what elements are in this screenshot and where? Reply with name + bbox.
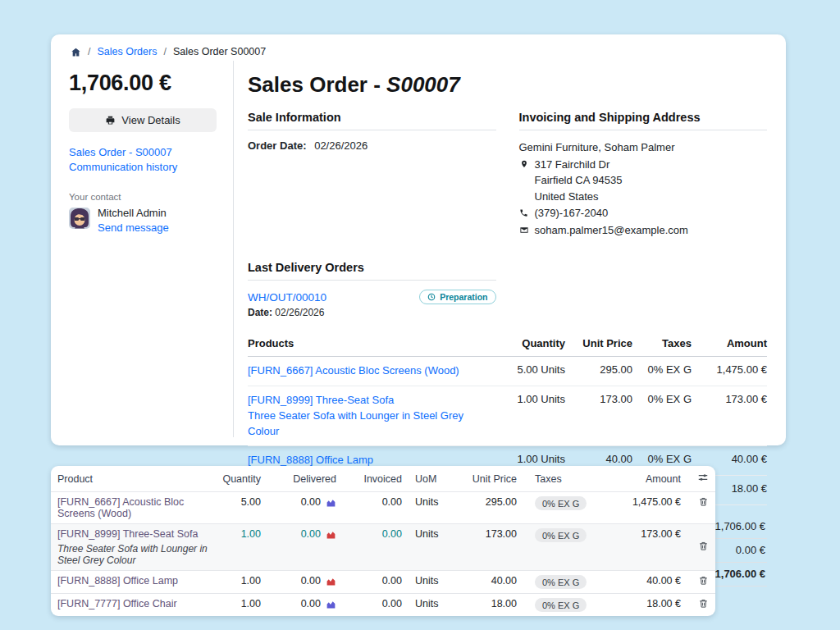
col-amount[interactable]: Amount — [599, 466, 687, 492]
order-sidebar: 1,706.00 € View Details Sales Order - S0… — [69, 61, 234, 437]
your-contact-label: Your contact — [69, 192, 217, 202]
cell-quantity[interactable]: 1.00 — [241, 528, 261, 540]
sidebar-link-sales-order[interactable]: Sales Order - S00007 — [69, 146, 217, 158]
cell-quantity[interactable]: 1.00 — [216, 594, 267, 617]
sale-information-heading: Sale Information — [248, 111, 496, 130]
cell-amount: 1,475.00 € — [692, 357, 767, 386]
cell-quantity: 5.00 Units — [479, 357, 565, 386]
cell-invoiced: 0.00 — [343, 594, 409, 617]
tax-badge[interactable]: 0% EX G — [535, 598, 587, 612]
vat-value: 0.00 € — [736, 544, 765, 556]
delivery-date-value: 02/26/2026 — [275, 307, 324, 318]
column-adjust-icon[interactable] — [697, 472, 709, 483]
breadcrumb-separator: / — [163, 46, 166, 57]
home-icon[interactable] — [71, 47, 81, 57]
page-title-reference: S00007 — [386, 72, 460, 97]
view-details-button[interactable]: View Details — [69, 108, 217, 132]
product-link[interactable]: [FURN_8999] Three-Seat Sofa — [57, 528, 198, 540]
breadcrumb-separator: / — [88, 46, 90, 57]
product-description: Three Seater Sofa with Lounger in Steel … — [57, 543, 209, 566]
col-product[interactable]: Product — [51, 466, 216, 492]
col-unit-price[interactable]: Unit Price — [453, 466, 523, 492]
cell-uom[interactable]: Units — [409, 571, 453, 594]
cell-taxes: 0% EX G — [632, 386, 692, 446]
forecast-chart-icon[interactable] — [326, 599, 336, 609]
order-lines-table: Product Quantity Delivered Invoiced UoM … — [51, 466, 715, 616]
forecast-chart-icon[interactable] — [326, 497, 336, 508]
sidebar-link-communication-history[interactable]: Communication history — [69, 161, 217, 173]
cell-uom[interactable]: Units — [409, 524, 453, 571]
tax-badge[interactable]: 0% EX G — [535, 496, 587, 510]
printer-icon — [105, 115, 116, 126]
trash-icon[interactable] — [698, 496, 709, 507]
clock-icon — [427, 293, 436, 301]
product-link[interactable]: [FURN_8999] Three-Seat Sofa — [248, 393, 479, 409]
cell-uom[interactable]: Units — [409, 594, 453, 617]
address-block: Gemini Furniture, Soham Palmer 317 Fairc… — [519, 139, 768, 238]
cell-amount: 40.00 € — [599, 571, 687, 594]
contact-row: Mitchell Admin Send message — [69, 208, 217, 235]
cell-amount: 1,475.00 € — [599, 492, 687, 524]
forecast-chart-icon[interactable] — [326, 529, 336, 540]
address-street: 317 Fairchild Dr — [535, 157, 610, 173]
product-link[interactable]: [FURN_7777] Office Chair — [57, 598, 177, 609]
cell-amount: 173.00 € — [692, 386, 767, 446]
total-value: 1,706.00 € — [715, 568, 765, 580]
cell-uom[interactable]: Units — [409, 492, 453, 524]
order-date-value: 02/26/2026 — [314, 139, 368, 152]
cell-unit-price[interactable]: 18.00 — [453, 594, 523, 617]
delivery-status-label: Preparation — [440, 292, 487, 302]
phone-icon — [519, 208, 529, 217]
address-name: Gemini Furniture, Soham Palmer — [519, 139, 768, 156]
forecast-chart-icon[interactable] — [326, 576, 336, 587]
delivery-reference-link[interactable]: WH/OUT/00010 — [248, 291, 326, 304]
cell-invoiced: 0.00 — [382, 528, 402, 540]
address-phone: (379)-167-2040 — [535, 205, 609, 221]
envelope-icon — [519, 226, 529, 235]
col-amount: Amount — [692, 334, 767, 357]
page-title-prefix: Sales Order - — [248, 72, 386, 97]
contact-name: Mitchell Admin — [98, 208, 169, 220]
tax-badge[interactable]: 0% EX G — [535, 575, 587, 589]
product-link[interactable]: [FURN_8888] Office Lamp — [57, 575, 178, 587]
col-uom[interactable]: UoM — [409, 466, 453, 492]
cell-unit-price[interactable]: 295.00 — [453, 492, 523, 524]
cell-unit-price: 295.00 — [565, 357, 632, 386]
table-row: [FURN_8999] Three-Seat Sofa Three Seater… — [248, 386, 767, 446]
product-description: Three Seater Sofa with Lounger in Steel … — [248, 409, 479, 440]
send-message-link[interactable]: Send message — [98, 221, 169, 234]
col-quantity[interactable]: Quantity — [216, 466, 267, 492]
order-line-row: [FURN_8999] Three-Seat Sofa Three Seater… — [51, 524, 715, 571]
order-line-row: [FURN_6667] Acoustic Bloc Screens (Wood)… — [51, 492, 715, 524]
trash-icon[interactable] — [698, 575, 709, 586]
col-invoiced[interactable]: Invoiced — [343, 466, 409, 492]
order-main: Sales Order - S00007 Sale Information Or… — [234, 61, 767, 437]
cell-quantity[interactable]: 5.00 — [216, 492, 267, 524]
cell-invoiced: 0.00 — [343, 571, 409, 594]
breadcrumb-sales-orders[interactable]: Sales Orders — [97, 46, 157, 57]
trash-icon[interactable] — [698, 598, 709, 609]
cell-unit-price[interactable]: 40.00 — [453, 571, 523, 594]
cell-delivered[interactable]: 0.00 — [301, 598, 321, 609]
cell-quantity[interactable]: 1.00 — [216, 571, 267, 594]
col-delivered[interactable]: Delivered — [267, 466, 343, 492]
cell-delivered[interactable]: 0.00 — [301, 575, 321, 587]
cell-unit-price: 173.00 — [565, 386, 632, 446]
address-email: soham.palmer15@example.com — [535, 222, 688, 239]
tax-badge[interactable]: 0% EX G — [535, 528, 587, 542]
col-unit-price: Unit Price — [565, 334, 632, 357]
cell-taxes: 0% EX G — [632, 357, 692, 386]
sales-order-card: / Sales Orders / Sales Order S00007 1,70… — [51, 34, 786, 445]
cell-unit-price[interactable]: 173.00 — [453, 524, 523, 571]
cell-amount: 173.00 € — [599, 524, 687, 571]
cell-delivered[interactable]: 0.00 — [301, 528, 321, 540]
product-link[interactable]: [FURN_6667] Acoustic Bloc Screens (Wood) — [248, 363, 479, 379]
order-lines-header: Product Quantity Delivered Invoiced UoM … — [51, 466, 715, 492]
view-details-label: View Details — [121, 114, 180, 126]
col-taxes[interactable]: Taxes — [523, 466, 599, 492]
table-row: [FURN_6667] Acoustic Bloc Screens (Wood)… — [248, 357, 767, 386]
cell-delivered[interactable]: 0.00 — [301, 496, 321, 508]
trash-icon[interactable] — [698, 541, 709, 551]
product-link[interactable]: [FURN_6667] Acoustic Bloc Screens (Wood) — [57, 496, 184, 519]
address-heading: Invoicing and Shipping Address — [519, 111, 768, 130]
